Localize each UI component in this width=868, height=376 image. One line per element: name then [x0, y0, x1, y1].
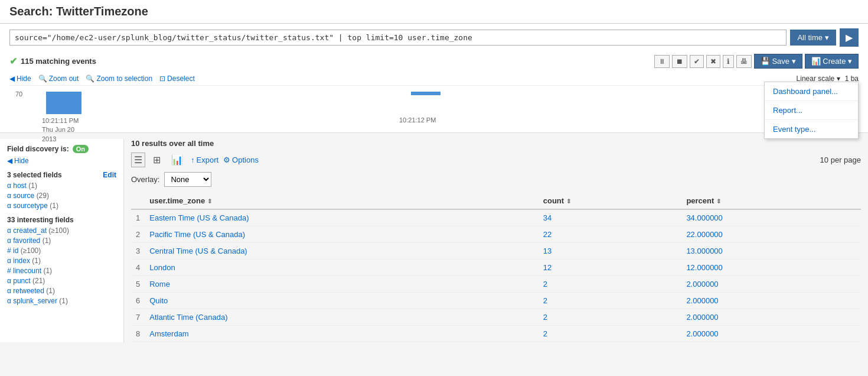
- field-item-index[interactable]: α index (1): [7, 257, 116, 265]
- info-button[interactable]: ℹ: [723, 55, 734, 68]
- field-discovery-toggle: Field discovery is: On: [7, 145, 116, 153]
- timezone-link[interactable]: Amsterdam: [149, 329, 188, 338]
- overlay-select[interactable]: None: [164, 172, 211, 187]
- search-input[interactable]: [9, 30, 787, 46]
- hide-icon: ◀: [7, 157, 12, 165]
- create-icon: 📊: [811, 57, 821, 66]
- percent-link[interactable]: 2.000000: [686, 313, 718, 322]
- field-item-host[interactable]: α host (1): [7, 181, 116, 190]
- create-dropdown-menu: Dashboard panel... Report... Event type.…: [764, 82, 859, 139]
- options-button[interactable]: ⚙ Options: [223, 155, 259, 164]
- percent-link[interactable]: 2.000000: [686, 296, 718, 305]
- sort-timezone-icon: ⇕: [207, 198, 212, 205]
- field-discovery-on-badge: On: [73, 145, 89, 153]
- field-item-punct[interactable]: α punct (21): [7, 277, 116, 285]
- count-link[interactable]: 2: [543, 280, 547, 289]
- check-button[interactable]: ✔: [690, 55, 704, 68]
- create-button[interactable]: 📊 Create ▾: [805, 54, 859, 69]
- x-axis-label-2: 10:21:12 PM: [399, 116, 436, 124]
- field-item-sourcetype[interactable]: α sourcetype (1): [7, 202, 116, 210]
- field-item-created_at[interactable]: α created_at (≥100): [7, 226, 116, 235]
- cell-percent: 2.000000: [681, 326, 861, 342]
- table-row: 4 London 12 12.000000: [131, 260, 861, 276]
- zoom-out-button[interactable]: 🔍 Zoom out: [38, 74, 79, 83]
- timeline-bar-1: [46, 92, 81, 114]
- row-num: 2: [131, 226, 145, 243]
- time-range-button[interactable]: All time ▾: [790, 30, 836, 46]
- percent-link[interactable]: 22.000000: [686, 230, 722, 239]
- deselect-button[interactable]: ⊡ Deselect: [159, 74, 195, 83]
- cell-percent: 2.000000: [681, 309, 861, 326]
- cell-percent: 12.000000: [681, 260, 861, 276]
- cell-count: 2: [539, 309, 682, 326]
- row-num: 3: [131, 243, 145, 260]
- row-num: 5: [131, 276, 145, 293]
- count-link[interactable]: 13: [543, 247, 552, 255]
- toolbar-icons: ⏸ ⏹ ✔ ✖ ℹ 🖶 💾 Save ▾ 📊 Create ▾: [654, 54, 859, 69]
- close-button[interactable]: ✖: [706, 55, 720, 68]
- timezone-link[interactable]: Quito: [149, 296, 168, 305]
- percent-link[interactable]: 2.000000: [686, 329, 718, 338]
- print-button[interactable]: 🖶: [736, 55, 752, 68]
- pause-button[interactable]: ⏸: [654, 55, 670, 68]
- results-table: user.time_zone ⇕ count ⇕ percent ⇕ 1 Eas…: [131, 193, 861, 342]
- cell-timezone: Atlantic Time (Canada): [145, 309, 539, 326]
- results-summary: 10 results over all time: [131, 139, 861, 148]
- results-toolbar: ☰ ⊞ 📊 ↑ count Export ⚙ Options 10 per pa…: [131, 153, 861, 167]
- timezone-link[interactable]: Atlantic Time (Canada): [149, 313, 227, 322]
- selected-fields-list: α host (1) α source (29) α sourcetype (1…: [7, 181, 116, 210]
- count-link[interactable]: 2: [543, 313, 547, 322]
- col-header-percent[interactable]: percent ⇕: [681, 193, 861, 209]
- menu-item-report[interactable]: Report...: [765, 101, 858, 120]
- table-view-button[interactable]: ⊞: [150, 153, 164, 167]
- timezone-link[interactable]: London: [149, 263, 175, 272]
- percent-link[interactable]: 13.000000: [686, 247, 722, 255]
- menu-item-dashboard[interactable]: Dashboard panel...: [765, 82, 858, 101]
- chart-view-button[interactable]: 📊: [168, 153, 186, 167]
- col-header-timezone[interactable]: user.time_zone ⇕: [145, 193, 539, 209]
- save-button[interactable]: 💾 Save ▾: [754, 54, 802, 69]
- count-link[interactable]: 2: [543, 329, 547, 338]
- field-item-linecount[interactable]: # linecount (1): [7, 267, 116, 275]
- selected-fields-header: 3 selected fields Edit: [7, 171, 116, 179]
- export-button[interactable]: ↑ count Export: [191, 155, 218, 164]
- field-item-splunk_server[interactable]: α splunk_server (1): [7, 297, 116, 305]
- chevron-down-icon: ▾: [825, 33, 829, 42]
- menu-item-event-type[interactable]: Event type...: [765, 120, 858, 138]
- percent-link[interactable]: 2.000000: [686, 280, 718, 289]
- zoom-to-selection-button[interactable]: 🔍 Zoom to selection: [86, 74, 152, 83]
- percent-link[interactable]: 12.000000: [686, 263, 722, 272]
- cell-percent: 22.000000: [681, 226, 861, 243]
- edit-fields-button[interactable]: Edit: [103, 171, 116, 179]
- status-bar: ✔ 115 matching events ⏸ ⏹ ✔ ✖ ℹ 🖶 💾 Save…: [9, 51, 859, 72]
- field-item-source[interactable]: α source (29): [7, 192, 116, 200]
- cell-count: 2: [539, 276, 682, 293]
- percent-link[interactable]: 34.000000: [686, 213, 722, 222]
- overlay-row: Overlay: None: [131, 172, 861, 187]
- field-item-id[interactable]: # id (≥100): [7, 247, 116, 255]
- save-icon: 💾: [761, 57, 770, 66]
- stop-button[interactable]: ⏹: [672, 55, 687, 68]
- count-link[interactable]: 34: [543, 213, 552, 222]
- timezone-link[interactable]: Central Time (US & Canada): [149, 247, 247, 255]
- hide-timeline-button[interactable]: ◀ Hide: [9, 74, 31, 83]
- timezone-link[interactable]: Eastern Time (US & Canada): [149, 213, 249, 222]
- cell-count: 2: [539, 326, 682, 342]
- list-view-button[interactable]: ☰: [131, 153, 145, 167]
- count-link[interactable]: 22: [543, 230, 552, 239]
- timezone-link[interactable]: Rome: [149, 280, 170, 289]
- search-submit-button[interactable]: ▶: [840, 28, 859, 47]
- x-axis-label-1: 10:21:11 PM Thu Jun 20 2013: [42, 116, 79, 144]
- cell-timezone: Amsterdam: [145, 326, 539, 342]
- cell-count: 12: [539, 260, 682, 276]
- interesting-fields-list: α created_at (≥100) α favorited (1) # id…: [7, 226, 116, 305]
- cell-count: 34: [539, 209, 682, 226]
- hide-fields-button[interactable]: ◀ Hide: [7, 157, 116, 165]
- per-page-selector[interactable]: 10 per page: [820, 155, 861, 164]
- count-link[interactable]: 2: [543, 296, 547, 305]
- timezone-link[interactable]: Pacific Time (US & Canada): [149, 230, 245, 239]
- col-header-count[interactable]: count ⇕: [539, 193, 682, 209]
- count-link[interactable]: 12: [543, 263, 552, 272]
- field-item-favorited[interactable]: α favorited (1): [7, 236, 116, 245]
- field-item-retweeted[interactable]: α retweeted (1): [7, 287, 116, 295]
